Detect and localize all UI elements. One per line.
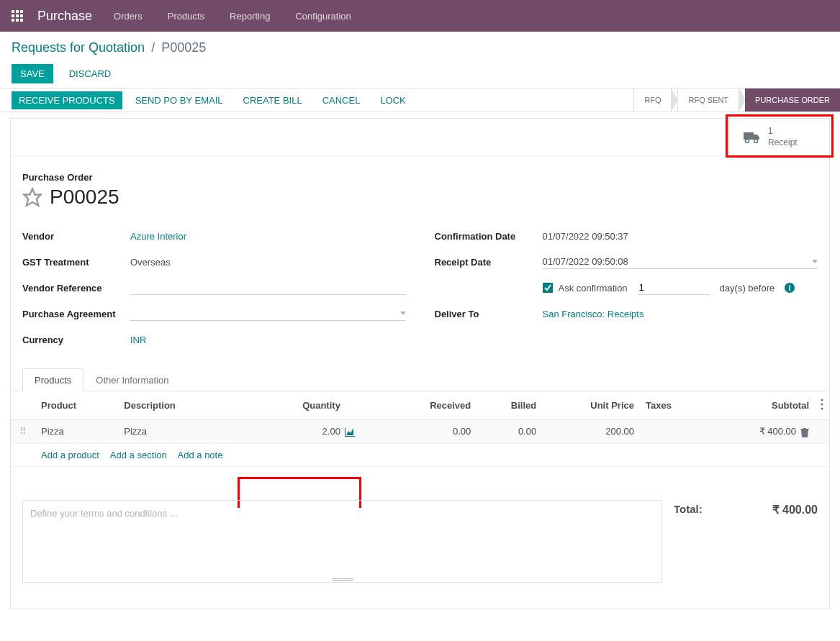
tab-other-info[interactable]: Other Information: [83, 368, 181, 391]
svg-rect-2: [20, 10, 23, 13]
cell-quantity[interactable]: 2.00: [322, 426, 340, 437]
send-po-email-button[interactable]: Send PO by Email: [128, 91, 230, 109]
nav-orders[interactable]: Orders: [114, 11, 143, 22]
nav-reporting[interactable]: Reporting: [230, 11, 270, 22]
vendor-ref-label: Vendor Reference: [22, 283, 130, 294]
col-description: Description: [118, 391, 230, 420]
cancel-button[interactable]: Cancel: [315, 91, 368, 109]
nav-products[interactable]: Products: [168, 11, 204, 22]
chevron-down-icon: [812, 260, 818, 263]
cell-taxes[interactable]: [640, 420, 706, 444]
terms-input[interactable]: [30, 508, 654, 573]
nav-configuration[interactable]: Configuration: [295, 11, 351, 22]
statusbar: Receive Products Send PO by Email Create…: [0, 88, 840, 112]
apps-icon[interactable]: [12, 10, 23, 22]
breadcrumb: Requests for Quotation / P00025: [12, 40, 828, 55]
receive-products-button[interactable]: Receive Products: [12, 91, 122, 109]
svg-point-12: [821, 399, 823, 401]
order-lines-table: Product Description Quantity Received Bi…: [11, 391, 829, 467]
days-suffix: day(s) before: [720, 283, 775, 294]
agreement-label: Purchase Agreement: [22, 309, 130, 319]
delete-row-icon[interactable]: [800, 427, 809, 437]
cell-unit-price[interactable]: 200.00: [542, 420, 640, 444]
kebab-icon[interactable]: [821, 399, 823, 410]
days-input[interactable]: [638, 281, 710, 295]
ask-confirm-label: Ask confirmation: [559, 283, 628, 294]
breadcrumb-current: P00025: [161, 40, 206, 55]
col-billed: Billed: [477, 391, 542, 420]
currency-label: Currency: [22, 335, 130, 345]
truck-icon: [744, 130, 761, 145]
save-button[interactable]: Save: [12, 64, 53, 83]
cell-billed: 0.00: [477, 420, 542, 444]
breadcrumb-sep: /: [151, 40, 155, 55]
receipt-count: 1: [768, 126, 798, 137]
svg-rect-6: [12, 19, 14, 22]
svg-rect-4: [16, 14, 19, 17]
status-stage-rfq[interactable]: RFQ: [633, 88, 671, 112]
receipt-date-input[interactable]: 01/07/2022 09:50:08: [543, 255, 818, 269]
cell-product[interactable]: Pizza: [35, 420, 118, 444]
lock-button[interactable]: Lock: [373, 91, 412, 109]
gst-label: GST Treatment: [22, 257, 130, 268]
svg-point-14: [821, 408, 823, 410]
breadcrumb-parent[interactable]: Requests for Quotation: [12, 40, 145, 55]
svg-rect-0: [12, 10, 14, 13]
vendor-ref-input[interactable]: [130, 281, 406, 295]
col-product: Product: [35, 391, 118, 420]
deliver-to-value[interactable]: San Francisco: Receipts: [543, 309, 818, 319]
ask-confirm-checkbox[interactable]: [543, 283, 553, 293]
col-unit-price: Unit Price: [542, 391, 640, 420]
svg-point-9: [746, 139, 749, 142]
svg-rect-5: [20, 14, 23, 17]
receipt-stat-button[interactable]: 1 Receipt: [728, 119, 829, 155]
tab-products[interactable]: Products: [22, 368, 83, 391]
cell-description[interactable]: Pizza: [118, 420, 230, 444]
status-stage-purchase-order[interactable]: Purchase Order: [745, 88, 840, 112]
add-section-link[interactable]: Add a section: [110, 450, 167, 460]
total-value: ₹ 400.00: [772, 503, 818, 517]
forecast-chart-icon[interactable]: [345, 428, 355, 437]
add-product-link[interactable]: Add a product: [41, 450, 99, 460]
gst-value[interactable]: Overseas: [130, 257, 406, 268]
receipt-label: Receipt: [768, 137, 798, 149]
order-name: P00025: [50, 186, 119, 209]
total-label: Total:: [674, 503, 703, 517]
table-row[interactable]: ⠿ Pizza Pizza 2.00 0.00 0.00 200.00 ₹ 40…: [11, 420, 829, 444]
svg-rect-3: [12, 14, 14, 17]
confirm-date-label: Confirmation Date: [435, 231, 543, 242]
title-label: Purchase Order: [22, 172, 818, 183]
confirm-date-value: 01/07/2022 09:50:37: [543, 231, 818, 242]
favorite-star-icon[interactable]: [22, 187, 42, 207]
svg-rect-8: [20, 19, 23, 22]
terms-box: [22, 500, 662, 583]
agreement-input[interactable]: [130, 306, 406, 321]
svg-marker-11: [24, 189, 40, 206]
col-received: Received: [384, 391, 477, 420]
drag-handle-icon[interactable]: ⠿: [17, 426, 30, 437]
svg-rect-7: [16, 19, 19, 22]
cell-subtotal: ₹ 400.00: [759, 426, 796, 437]
info-icon[interactable]: i: [785, 283, 795, 293]
col-subtotal: Subtotal: [706, 391, 815, 420]
navbar: Purchase Orders Products Reporting Confi…: [0, 0, 840, 32]
app-brand[interactable]: Purchase: [37, 9, 92, 24]
form-sheet: 1 Receipt Purchase Order P00025 Vendor A…: [10, 118, 830, 609]
deliver-to-label: Deliver To: [435, 309, 543, 319]
vendor-value[interactable]: Azure Interior: [130, 231, 406, 242]
status-stage-rfq-sent[interactable]: RFQ Sent: [677, 88, 739, 112]
add-note-link[interactable]: Add a note: [178, 450, 223, 460]
cell-received: 0.00: [384, 420, 477, 444]
vendor-label: Vendor: [22, 231, 130, 242]
col-taxes: Taxes: [640, 391, 706, 420]
create-bill-button[interactable]: Create Bill: [236, 91, 310, 109]
resize-handle-icon[interactable]: [332, 578, 353, 581]
svg-point-13: [821, 404, 823, 406]
col-quantity: Quantity: [230, 391, 384, 420]
svg-point-10: [754, 139, 758, 142]
svg-rect-1: [16, 10, 19, 13]
chevron-down-icon: [400, 312, 406, 315]
currency-value[interactable]: INR: [130, 335, 406, 345]
receipt-date-label: Receipt Date: [435, 257, 543, 268]
discard-button[interactable]: Discard: [60, 64, 120, 83]
